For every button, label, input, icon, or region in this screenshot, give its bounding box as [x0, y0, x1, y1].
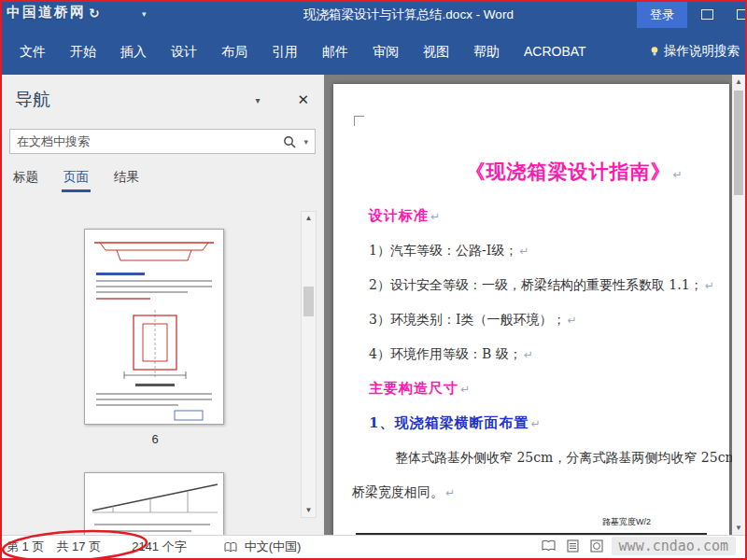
navigation-options-dropdown-icon[interactable]: ▾	[255, 95, 260, 105]
scroll-up-icon[interactable]: ▲	[732, 75, 745, 89]
paragraph-mark: ↵	[430, 210, 441, 223]
tab-acrobat[interactable]: ACROBAT	[512, 28, 599, 75]
page-thumbnail-6[interactable]	[84, 229, 224, 425]
tab-mailings[interactable]: 邮件	[310, 28, 360, 75]
doc-line: 1）汽车等级：公路-Ⅰ级；↵	[369, 240, 694, 260]
thumbnail-page-number: 6	[84, 432, 226, 446]
doc-line: 桥梁宽度相同。↵	[352, 482, 694, 502]
search-placeholder: 在文档中搜索	[17, 133, 283, 150]
read-mode-icon[interactable]	[542, 539, 556, 553]
ribbon-display-options-icon[interactable]	[701, 9, 713, 20]
thumbnail-diagram	[85, 230, 223, 424]
scroll-down-icon[interactable]: ▼	[302, 504, 316, 517]
margin-crop-mark	[354, 116, 364, 126]
main-area: 导航 ▾ ✕ 在文档中搜索 ▾ 标题 页面 结果	[2, 75, 745, 535]
minimize-icon[interactable]	[737, 9, 747, 20]
refresh-icon: ↻	[89, 6, 100, 21]
lightbulb-icon	[650, 44, 659, 59]
doc-heading-title: 《现浇箱梁设计指南》↵	[369, 159, 694, 185]
paragraph-mark: ↵	[524, 348, 533, 361]
document-scrollbar-thumb[interactable]	[734, 91, 743, 195]
print-layout-icon[interactable]	[567, 539, 579, 553]
figure-dimension-label: 路基宽度W/2	[369, 516, 694, 528]
proofing-book-icon	[224, 541, 237, 553]
quick-access-dropdown-icon[interactable]: ▾	[142, 9, 147, 19]
page-total[interactable]: 共 17 页	[56, 539, 101, 555]
tab-references[interactable]: 引用	[260, 28, 310, 75]
document-canvas: 《现浇箱梁设计指南》↵ 设计标准↵ 1）汽车等级：公路-Ⅰ级；↵ 2）设计安全等…	[324, 75, 745, 535]
ribbon-tab-bar: 文件 开始 插入 设计 布局 引用 邮件 审阅 视图 帮助 ACROBAT 操作…	[2, 28, 745, 75]
paragraph-mark: ↵	[445, 486, 455, 499]
word-window: 中国道桥网 ↻ ▾ 现浇箱梁设计与计算总结.docx - Word 登录 文件 …	[0, 0, 747, 560]
nav-tab-headings[interactable]: 标题	[13, 169, 38, 192]
doc-line: 3）环境类别：Ⅰ类（一般环境）；↵	[369, 309, 694, 329]
document-scrollbar[interactable]: ▲ ▼	[732, 75, 745, 535]
tab-design[interactable]: 设计	[159, 28, 209, 75]
tab-review[interactable]: 审阅	[360, 28, 411, 75]
document-page[interactable]: 《现浇箱梁设计指南》↵ 设计标准↵ 1）汽车等级：公路-Ⅰ级；↵ 2）设计安全等…	[333, 84, 729, 535]
search-dropdown-icon[interactable]: ▾	[303, 137, 308, 147]
tell-me-search[interactable]: 操作说明搜索	[650, 43, 740, 60]
proofing-status[interactable]	[224, 541, 237, 553]
navigation-tabs: 标题 页面 结果	[13, 169, 324, 192]
nav-tab-results[interactable]: 结果	[114, 169, 139, 192]
paragraph-mark: ↵	[672, 168, 683, 181]
page-thumbnail-list: 6	[84, 229, 226, 535]
site-watermark: www.cndao.com	[612, 537, 736, 555]
navigation-header: 导航 ▾ ✕	[2, 75, 324, 112]
doc-line: 2）设计安全等级：一级，桥梁结构的重要性系数取 1.1；↵	[369, 274, 694, 295]
scroll-down-icon[interactable]: ▼	[732, 521, 745, 535]
status-bar: 第 1 页 共 17 页 2141 个字 中文(中国) www.cndao.co…	[2, 535, 745, 558]
tab-insert[interactable]: 插入	[108, 28, 159, 75]
thumbnail-diagram	[85, 473, 223, 535]
navigation-close-icon[interactable]: ✕	[297, 91, 309, 108]
doc-line: 整体式路基外侧收窄 25cm，分离式路基两侧均收窄 25cm	[369, 447, 694, 468]
paragraph-mark: ↵	[705, 279, 714, 292]
tab-home[interactable]: 开始	[58, 28, 108, 75]
paragraph-mark: ↵	[460, 383, 471, 396]
site-logo-watermark: 中国道桥网 ↻	[7, 4, 100, 21]
language-indicator[interactable]: 中文(中国)	[245, 539, 302, 555]
tab-file[interactable]: 文件	[7, 28, 58, 75]
scroll-up-icon[interactable]: ▲	[302, 212, 316, 225]
doc-line: 4）环境作用等级：B 级；↵	[369, 343, 694, 364]
tab-help[interactable]: 帮助	[461, 28, 512, 75]
nav-scrollbar[interactable]: ▲ ▼	[301, 211, 317, 518]
tell-me-label: 操作说明搜索	[664, 43, 740, 60]
doc-line: 1、现浇箱梁横断面布置↵	[369, 413, 694, 433]
search-input[interactable]: 在文档中搜索 ▾	[9, 129, 316, 154]
navigation-title: 导航	[15, 88, 50, 112]
doc-line: 设计标准↵	[369, 205, 694, 226]
search-icon[interactable]	[283, 135, 296, 148]
tab-layout[interactable]: 布局	[209, 28, 260, 75]
title-bar: 中国道桥网 ↻ ▾ 现浇箱梁设计与计算总结.docx - Word 登录	[2, 2, 745, 28]
doc-line: 主要构造尺寸↵	[369, 378, 694, 399]
nav-tab-pages[interactable]: 页面	[63, 169, 89, 192]
logo-text: 中国道桥网	[7, 4, 86, 21]
paragraph-mark: ↵	[519, 245, 529, 258]
web-layout-icon[interactable]	[590, 539, 603, 553]
word-count[interactable]: 2141 个字	[132, 539, 187, 555]
document-title: 现浇箱梁设计与计算总结.docx - Word	[179, 2, 638, 28]
page-thumbnail-next[interactable]	[84, 472, 224, 535]
paragraph-mark: ↵	[567, 314, 576, 327]
tab-view[interactable]: 视图	[411, 28, 461, 75]
sign-in-button[interactable]: 登录	[637, 2, 687, 28]
nav-scrollbar-thumb[interactable]	[303, 287, 314, 316]
navigation-pane: 导航 ▾ ✕ 在文档中搜索 ▾ 标题 页面 结果	[2, 75, 324, 535]
view-switcher	[542, 539, 603, 553]
paragraph-mark: ↵	[530, 417, 541, 430]
page-indicator[interactable]: 第 1 页	[7, 539, 44, 555]
